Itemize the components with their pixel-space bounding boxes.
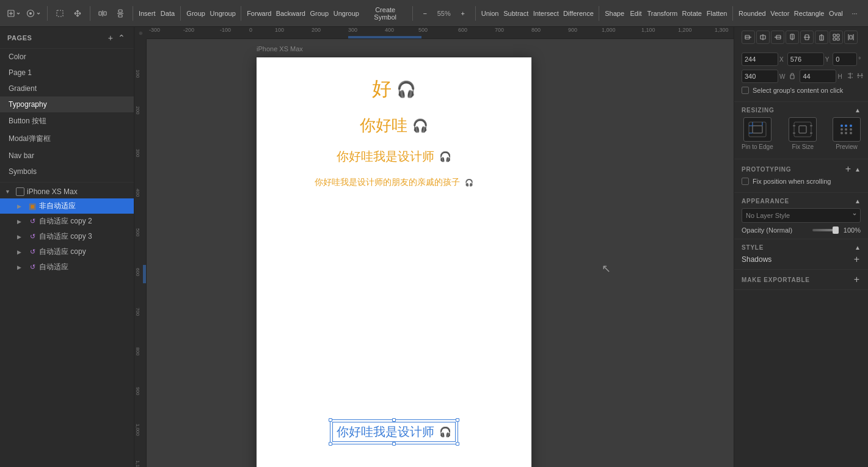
tidy-btn[interactable] (830, 31, 843, 44)
prototyping-collapse-btn[interactable]: ▲ (855, 166, 861, 173)
toolbar-select-btn[interactable] (51, 5, 68, 22)
select-group-checkbox[interactable] (742, 87, 749, 94)
layer-item-1[interactable]: ▶ ↺ 自动适应 copy 2 (0, 214, 134, 229)
layer-artboard-label: iPhone XS Max (27, 187, 78, 196)
menu-shape[interactable]: Shape (603, 5, 626, 22)
svg-rect-33 (753, 126, 762, 133)
menu-difference[interactable]: Difference (561, 5, 595, 22)
menu-create-symbol[interactable]: Create Symbol (362, 5, 409, 22)
menu-rounded[interactable]: Rounded (737, 5, 767, 22)
menu-union[interactable]: Union (480, 5, 501, 22)
y-input[interactable] (787, 52, 824, 66)
page-item-gradient[interactable]: Gradient (0, 81, 134, 96)
exportable-row: MAKE EXPORTABLE + (742, 275, 861, 284)
page-item-button[interactable]: Button 按钮 (0, 112, 134, 130)
toolbar-insert-btn[interactable]: Insert (137, 5, 158, 22)
prototyping-add-btn[interactable]: + (844, 164, 852, 174)
layer-4-expand: ▶ (17, 264, 26, 270)
align-top-btn[interactable] (786, 31, 799, 44)
y-label: Y (825, 56, 830, 63)
toolbar-ungroup-btn[interactable]: Ungroup (208, 5, 238, 22)
menu-edit[interactable]: Edit (627, 5, 644, 22)
page-item-1[interactable]: Page 1 (0, 65, 134, 81)
layer-item-3[interactable]: ▶ ↺ 自动适应 copy (0, 244, 134, 259)
menu-ungroup[interactable]: Ungroup (332, 5, 361, 22)
toolbar-data-btn[interactable]: Data (159, 5, 177, 22)
menu-rotate[interactable]: Rotate (680, 5, 704, 22)
layer-expand-icon: ▼ (5, 189, 13, 195)
shadows-add-btn[interactable]: + (853, 255, 861, 264)
layer-2-expand: ▶ (17, 234, 26, 240)
align-right-btn[interactable] (771, 31, 784, 44)
toolbar-move-btn[interactable] (69, 5, 86, 22)
layer-item-2[interactable]: ▶ ↺ 自动适应 copy 3 (0, 229, 134, 244)
flip-h-btn[interactable] (846, 71, 855, 82)
page-item-typography[interactable]: Typography (0, 96, 134, 112)
menu-rectangle[interactable]: Rectangle (792, 5, 825, 22)
menu-oval[interactable]: Oval (827, 5, 845, 22)
h-field: H (800, 70, 842, 83)
toolbar-distribute-v[interactable] (112, 5, 129, 22)
toolbar-select-group (51, 5, 86, 22)
page-item-symbols[interactable]: Symbols (0, 164, 134, 179)
align-left-btn[interactable] (742, 31, 755, 44)
opacity-control: 100% (812, 226, 861, 234)
resizing-collapse-btn[interactable]: ▲ (855, 107, 861, 114)
x-input[interactable] (742, 52, 778, 66)
layer-artboard-root[interactable]: ▼ iPhone XS Max (0, 185, 134, 198)
pin-to-edge-option[interactable]: Pin to Edge (742, 117, 773, 150)
flip-v-btn[interactable] (856, 71, 864, 82)
toolbar-add-btn[interactable] (5, 5, 23, 22)
text-3-content: 你好哇我是设计师 (337, 148, 434, 165)
appearance-collapse-btn[interactable]: ▲ (855, 198, 861, 205)
opacity-slider[interactable] (812, 229, 839, 231)
page-item-navbar[interactable]: Nav bar (0, 148, 134, 164)
menu-vector[interactable]: Vector (768, 5, 791, 22)
toolbar-arrange-group (94, 5, 129, 22)
artboard-text-5: 你好哇我是设计师 🎧 (332, 422, 456, 442)
menu-intersect[interactable]: Intersect (531, 5, 561, 22)
zoom-plus-btn[interactable]: + (454, 5, 472, 22)
pages-list: Color Page 1 Gradient Typography Button … (0, 49, 134, 179)
svg-rect-25 (837, 34, 839, 37)
toolbar-star-btn[interactable] (24, 5, 43, 22)
layer-3-expand: ▶ (17, 249, 26, 255)
menu-more[interactable]: ··· (846, 5, 863, 22)
menu-backward[interactable]: Backward (274, 5, 307, 22)
exportable-add-btn[interactable]: + (853, 275, 861, 284)
menu-group[interactable]: Group (308, 5, 330, 22)
handle-bm (392, 442, 396, 446)
fix-size-option[interactable]: Fix Size (789, 117, 817, 150)
page-item-color[interactable]: Color (0, 49, 134, 65)
align-center-v-btn[interactable] (800, 31, 814, 44)
pages-collapse-btn[interactable]: ⌃ (117, 32, 126, 44)
distribute-btn[interactable] (844, 31, 858, 44)
h-label: H (837, 73, 842, 80)
w-input[interactable] (742, 70, 778, 83)
style-collapse-btn[interactable]: ▲ (855, 244, 861, 251)
w-label: W (779, 73, 785, 80)
align-center-h-btn[interactable] (756, 31, 770, 44)
align-bottom-btn[interactable] (815, 31, 828, 44)
zoom-minus-btn[interactable]: − (417, 5, 434, 22)
page-item-modal[interactable]: Modal弹窗框 (0, 130, 134, 148)
fix-scroll-checkbox[interactable] (742, 178, 749, 185)
text-4-content: 你好哇我是设计师的朋友的亲戚的孩子 (315, 177, 460, 188)
canvas-area[interactable]: ⊕ -300 -200 -100 0 100 200 300 400 500 6… (134, 27, 734, 467)
menu-forward[interactable]: Forward (245, 5, 273, 22)
angle-input[interactable] (833, 52, 857, 66)
menu-subtract[interactable]: Subtract (502, 5, 530, 22)
toolbar-left-group (5, 5, 43, 22)
menu-flatten[interactable]: Flatten (705, 5, 729, 22)
lock-btn[interactable] (789, 72, 796, 81)
layer-item-4[interactable]: ▶ ↺ 自动适应 (0, 259, 134, 275)
preview-option[interactable]: Preview (833, 117, 861, 150)
toolbar-distribute-h[interactable] (94, 5, 111, 22)
layer-item-0[interactable]: ▶ ▣ 非自动适应 (0, 198, 134, 214)
layer-style-select[interactable]: No Layer Style (742, 208, 861, 223)
artboard[interactable]: 好 🎧 你好哇 🎧 你好哇我是设计师 🎧 你好哇我是 (257, 57, 531, 467)
menu-transform[interactable]: Transform (646, 5, 679, 22)
h-input[interactable] (800, 70, 836, 83)
toolbar-group-btn[interactable]: Group (184, 5, 207, 22)
pages-add-btn[interactable]: + (107, 32, 114, 44)
